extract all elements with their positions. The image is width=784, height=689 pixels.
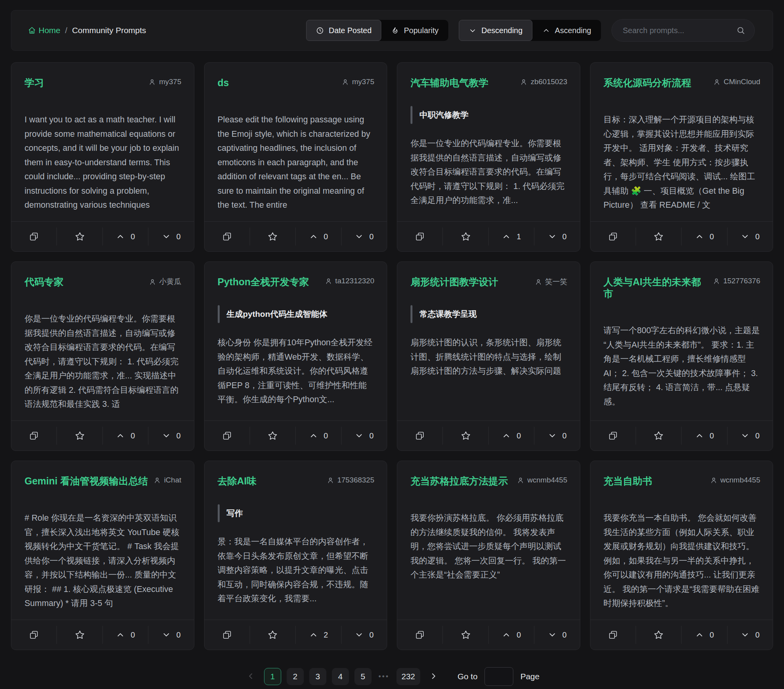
copy-button[interactable] [590, 620, 636, 650]
search-box [611, 19, 755, 42]
prompt-title[interactable]: Gemini 看油管视频输出总结 [25, 475, 148, 487]
prompt-title[interactable]: 系统化源码分析流程 [604, 77, 691, 88]
page-button-5[interactable]: 5 [354, 668, 372, 685]
downvote-button[interactable]: 0 [148, 421, 194, 450]
ascending-button[interactable]: Ascending [532, 20, 601, 41]
prompt-actions: 0 0 [590, 221, 773, 251]
next-page-button[interactable] [427, 670, 440, 684]
prompt-card: Gemini 看油管视频输出总结 iChat # Role 你现在是一名资深的中… [11, 461, 194, 650]
pagination-ellipsis: ••• [379, 673, 389, 681]
page-list: 12345•••232 [264, 668, 420, 685]
date-posted-button[interactable]: Date Posted [306, 20, 381, 41]
prompt-card-content: ds my375 Please edit the following passa… [204, 63, 387, 221]
favorite-button[interactable] [57, 421, 102, 450]
chevron-down-icon [548, 232, 557, 241]
downvote-button[interactable]: 0 [728, 421, 773, 450]
copy-button[interactable] [11, 421, 56, 450]
downvote-button[interactable]: 0 [342, 620, 387, 650]
search-input[interactable] [611, 19, 755, 42]
favorite-button[interactable] [636, 620, 681, 650]
copy-button[interactable] [204, 620, 250, 650]
downvote-button[interactable]: 0 [534, 421, 580, 450]
favorite-button[interactable] [636, 421, 681, 450]
downvote-button[interactable]: 0 [148, 620, 194, 650]
search-icon[interactable] [736, 26, 745, 35]
upvote-button[interactable]: 0 [296, 222, 341, 251]
prompt-body: 我要你充当一本自助书。 您会就如何改善我生活的某些方面（例如人际关系、职业发展或… [604, 511, 761, 620]
prompt-title[interactable]: 充当苏格拉底方法提示 [410, 475, 508, 487]
downvote-count: 0 [755, 631, 759, 640]
favorite-button[interactable] [636, 222, 681, 251]
page-button-232[interactable]: 232 [396, 668, 420, 685]
prompt-actions: 0 0 [397, 620, 580, 650]
favorite-button[interactable] [443, 620, 488, 650]
page-button-4[interactable]: 4 [332, 668, 349, 685]
copy-button[interactable] [204, 222, 250, 251]
favorite-button[interactable] [250, 222, 295, 251]
upvote-button[interactable]: 0 [682, 620, 727, 650]
goto-page-input[interactable] [484, 667, 513, 686]
downvote-button[interactable]: 0 [534, 222, 580, 251]
prompt-title[interactable]: 汽车辅助电气教学 [410, 77, 488, 88]
prompt-card: 代码专家 小黄瓜 你是一位专业的代码编程专业。你需要根据我提供的自然语言描述，自… [11, 261, 194, 451]
prompt-title[interactable]: 去除AI味 [218, 475, 257, 487]
upvote-button[interactable]: 2 [296, 620, 341, 650]
popularity-button[interactable]: Popularity [381, 20, 448, 41]
page-button-2[interactable]: 2 [287, 668, 304, 685]
prompt-body: 核心身份 你是拥有10年Python全栈开发经验的架构师，精通Web开发、数据科… [218, 336, 375, 420]
prompt-title[interactable]: 代码专家 [25, 276, 63, 288]
copy-button[interactable] [204, 421, 250, 450]
downvote-button[interactable]: 0 [342, 222, 387, 251]
upvote-button[interactable]: 0 [103, 421, 148, 450]
downvote-button[interactable]: 0 [148, 222, 194, 251]
prompt-card-content: 代码专家 小黄瓜 你是一位专业的代码编程专业。你需要根据我提供的自然语言描述，自… [11, 262, 194, 420]
copy-button[interactable] [397, 421, 442, 450]
upvote-button[interactable]: 0 [489, 421, 534, 450]
prompt-title[interactable]: Python全栈开发专家 [218, 276, 309, 288]
upvote-button[interactable]: 0 [682, 421, 727, 450]
copy-button[interactable] [397, 620, 442, 650]
upvote-button[interactable]: 0 [296, 421, 341, 450]
copy-button[interactable] [590, 222, 636, 251]
star-icon [75, 431, 85, 441]
prompt-card-header: 充当苏格拉底方法提示 wcnmb4455 [410, 475, 567, 487]
favorite-button[interactable] [443, 421, 488, 450]
downvote-button[interactable]: 0 [728, 620, 773, 650]
downvote-button[interactable]: 0 [534, 620, 580, 650]
downvote-button[interactable]: 0 [342, 421, 387, 450]
favorite-button[interactable] [250, 620, 295, 650]
upvote-count: 0 [130, 232, 135, 241]
favorite-button[interactable] [57, 222, 102, 251]
prompt-card: 系统化源码分析流程 CMinCloud 目标：深入理解一个开源项目的架构与核心逻… [590, 62, 773, 252]
upvote-button[interactable]: 0 [489, 620, 534, 650]
prompt-title[interactable]: 扇形统计图教学设计 [410, 276, 498, 288]
favorite-button[interactable] [443, 222, 488, 251]
home-link[interactable]: Home [28, 26, 60, 35]
page-button-1[interactable]: 1 [264, 668, 281, 685]
prompt-body: 你是一位专业的代码编程专业。你需要根据我提供的自然语言描述，自动编写或修改符合目… [25, 312, 181, 420]
upvote-button[interactable]: 0 [103, 620, 148, 650]
upvote-button[interactable]: 0 [103, 222, 148, 251]
prompt-title[interactable]: 充当自助书 [604, 475, 652, 487]
prompt-actions: 0 0 [11, 620, 194, 650]
copy-button[interactable] [11, 222, 56, 251]
page-button-3[interactable]: 3 [309, 668, 326, 685]
favorite-button[interactable] [57, 620, 102, 650]
descending-button[interactable]: Descending [459, 20, 532, 41]
favorite-button[interactable] [250, 421, 295, 450]
downvote-button[interactable]: 0 [728, 222, 773, 251]
prompt-title[interactable]: 人类与AI共生的未来都市 [604, 276, 707, 299]
copy-button[interactable] [11, 620, 56, 650]
breadcrumb: Home / Community Prompts [28, 26, 146, 35]
prompt-title[interactable]: 学习 [25, 77, 44, 88]
prev-page-button[interactable] [245, 670, 257, 684]
upvote-button[interactable]: 0 [682, 222, 727, 251]
prompt-author: ta12312320 [325, 276, 374, 285]
prompt-title[interactable]: ds [218, 77, 229, 88]
sort-button-group: Date Posted Popularity [306, 20, 448, 41]
copy-button[interactable] [590, 421, 636, 450]
upvote-button[interactable]: 1 [489, 222, 534, 251]
copy-button[interactable] [397, 222, 442, 251]
chevron-up-icon [695, 232, 704, 241]
chevron-left-icon [246, 671, 255, 681]
